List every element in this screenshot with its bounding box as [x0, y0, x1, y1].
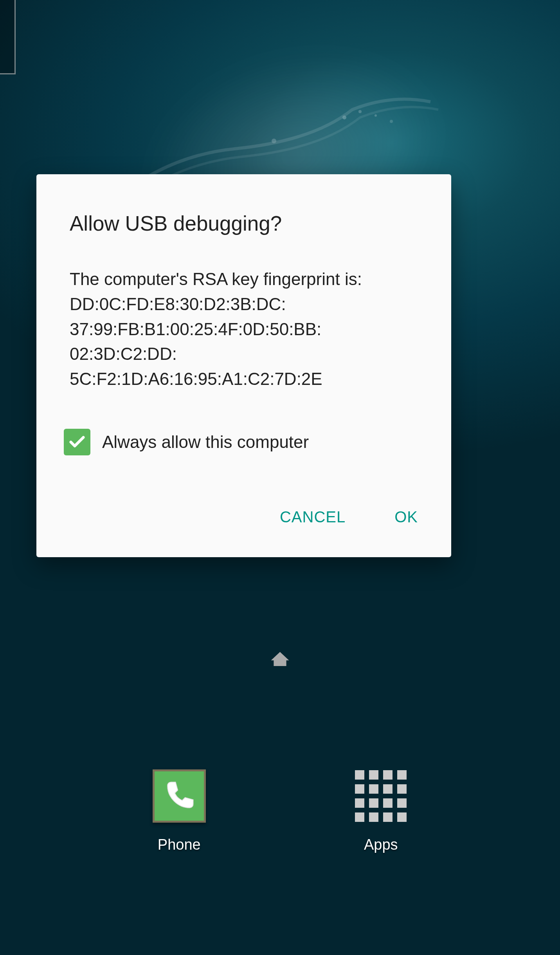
usb-debugging-dialog: Allow USB debugging? The computer's RSA …: [36, 174, 451, 557]
svg-point-3: [390, 120, 393, 123]
phone-label: Phone: [158, 836, 201, 853]
ok-button[interactable]: OK: [385, 502, 428, 532]
svg-point-1: [358, 110, 362, 113]
always-allow-label: Always allow this computer: [102, 432, 309, 452]
always-allow-row[interactable]: Always allow this computer: [36, 392, 451, 463]
dock-item-apps[interactable]: Apps: [354, 769, 407, 853]
dialog-body: The computer's RSA key fingerprint is: D…: [36, 251, 451, 392]
dock: Phone Apps: [0, 769, 560, 853]
cancel-button[interactable]: CANCEL: [270, 502, 355, 532]
apps-grid-icon: [354, 769, 407, 823]
checkmark-icon: [68, 433, 86, 451]
dock-item-phone[interactable]: Phone: [153, 769, 206, 853]
phone-icon: [153, 769, 206, 823]
always-allow-checkbox[interactable]: [64, 429, 90, 455]
svg-point-4: [272, 139, 276, 143]
corner-indicator: [0, 0, 16, 74]
svg-point-0: [342, 116, 346, 119]
rsa-fingerprint: DD:0C:FD:E8:30:D2:3B:DC:37:99:FB:B1:00:2…: [70, 294, 322, 388]
dialog-body-intro: The computer's RSA key fingerprint is:: [70, 269, 362, 289]
apps-label: Apps: [364, 836, 398, 853]
dialog-button-row: CANCEL OK: [36, 463, 451, 557]
svg-point-2: [375, 114, 377, 117]
dialog-title: Allow USB debugging?: [36, 174, 451, 251]
